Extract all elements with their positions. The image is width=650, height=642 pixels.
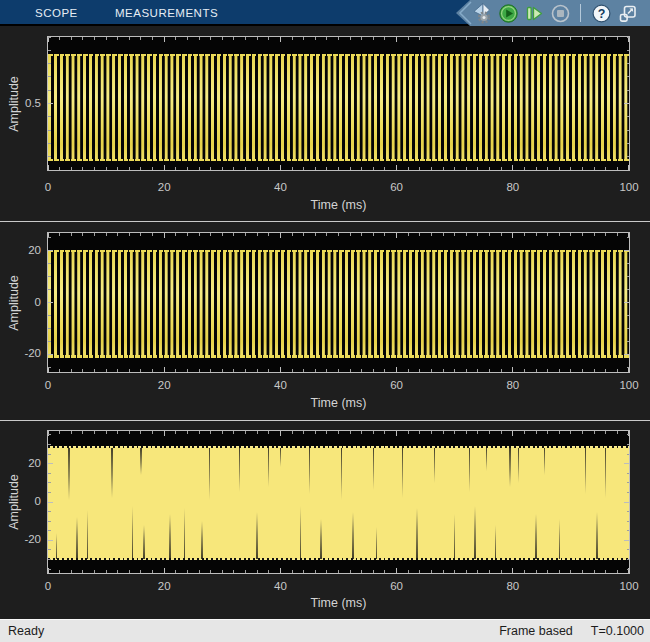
step-forward-icon — [524, 3, 545, 24]
quick-access-toolbar: ? — [456, 0, 650, 26]
stop-icon — [550, 3, 571, 24]
simulation-settings-icon — [471, 2, 493, 24]
scope-panel-2: Amplitude Time (ms) 200-20020406080100 — [0, 222, 650, 419]
run-button[interactable] — [497, 2, 519, 24]
y-tick-label: 0 — [1, 296, 41, 308]
x-tick-label: 0 — [28, 181, 68, 193]
run-icon — [498, 3, 519, 24]
scope-window: SCOPE MEASUREMENTS — [0, 0, 650, 642]
y-tick-label: 0.5 — [1, 97, 41, 109]
toolbar-divider — [580, 4, 581, 22]
undock-icon — [617, 3, 638, 24]
axes-ticks — [48, 233, 629, 372]
x-tick-label: 100 — [609, 181, 649, 193]
axes-ticks — [48, 37, 629, 170]
x-tick-label: 20 — [144, 181, 184, 193]
plot-axes — [47, 430, 630, 574]
x-tick-label: 20 — [144, 379, 184, 391]
stop-button[interactable] — [549, 2, 571, 24]
x-axis-label: Time (ms) — [47, 198, 630, 212]
plot-axes — [47, 36, 630, 171]
undock-button[interactable] — [616, 2, 638, 24]
x-tick-label: 40 — [260, 379, 300, 391]
scope-panel-3: Amplitude Time (ms) 200-20020406080100 — [0, 421, 650, 619]
plot-axes — [47, 232, 630, 373]
x-tick-label: 100 — [609, 580, 649, 592]
status-frame-mode: Frame based — [499, 624, 573, 638]
x-tick-label: 60 — [377, 181, 417, 193]
help-button[interactable]: ? — [590, 2, 612, 24]
tab-scope[interactable]: SCOPE — [35, 0, 78, 26]
status-time: T=0.1000 — [591, 624, 644, 638]
x-tick-label: 0 — [28, 379, 68, 391]
x-tick-label: 80 — [493, 181, 533, 193]
status-text: Ready — [8, 624, 499, 638]
x-tick-label: 80 — [493, 379, 533, 391]
status-bar: Ready Frame based T=0.1000 — [0, 619, 650, 642]
x-axis-label: Time (ms) — [47, 596, 630, 610]
x-tick-label: 40 — [260, 580, 300, 592]
svg-text:?: ? — [597, 7, 605, 21]
x-tick-label: 60 — [377, 580, 417, 592]
y-tick-label: -20 — [1, 533, 41, 545]
x-tick-label: 20 — [144, 580, 184, 592]
axes-ticks — [48, 431, 629, 573]
toolbar-notch-highlight — [456, 0, 474, 26]
x-axis-label: Time (ms) — [47, 396, 630, 410]
y-tick-label: 20 — [1, 457, 41, 469]
y-tick-label: -20 — [1, 347, 41, 359]
simulation-settings-button[interactable] — [471, 2, 493, 24]
x-tick-label: 80 — [493, 580, 533, 592]
x-tick-label: 40 — [260, 181, 300, 193]
step-forward-button[interactable] — [523, 2, 545, 24]
x-tick-label: 0 — [28, 580, 68, 592]
x-tick-label: 100 — [609, 379, 649, 391]
y-tick-label: 20 — [1, 244, 41, 256]
help-icon: ? — [591, 3, 612, 24]
tab-measurements[interactable]: MEASUREMENTS — [115, 0, 218, 26]
scope-panel-1: Amplitude Time (ms) 0.5020406080100 — [0, 28, 650, 221]
y-tick-label: 0 — [1, 495, 41, 507]
toolstrip: SCOPE MEASUREMENTS — [0, 0, 650, 26]
x-tick-label: 60 — [377, 379, 417, 391]
